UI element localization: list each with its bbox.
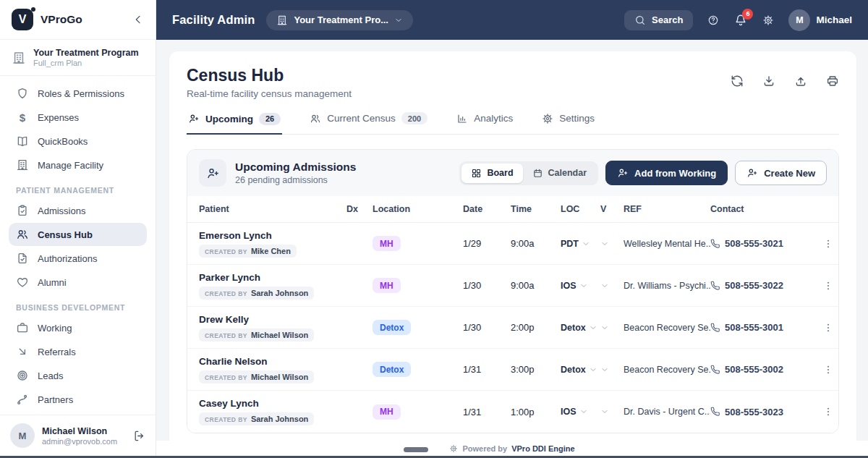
- loc-dropdown[interactable]: IOS: [561, 281, 600, 291]
- sidebar-item-alumni[interactable]: Alumni: [9, 271, 147, 294]
- board-view-button[interactable]: Board: [461, 164, 522, 183]
- user-plus-icon: [188, 113, 200, 124]
- sidebar-item-leads[interactable]: Leads: [9, 364, 147, 387]
- table-row[interactable]: Parker LynchCREATED BYSarah JohnsonMH1/3…: [187, 265, 838, 307]
- table-row[interactable]: Charlie NelsonCREATED BYMichael WilsonDe…: [187, 349, 838, 391]
- tab-upcoming[interactable]: Upcoming26: [187, 112, 282, 135]
- program-selector-label: Your Treatment Pro...: [294, 14, 388, 25]
- contact-phone[interactable]: 508-555-3022: [710, 280, 822, 291]
- sidebar-program-card[interactable]: Your Treatment Program Full_crm Plan: [0, 40, 156, 76]
- user-plus-icon: [206, 166, 220, 180]
- chevron-down-icon: [582, 239, 590, 248]
- v-dropdown[interactable]: [600, 239, 624, 248]
- phone-number: 508-555-3022: [725, 280, 783, 291]
- sidebar-item-quickbooks[interactable]: QuickBooks: [9, 130, 147, 153]
- row-menu-icon[interactable]: [822, 280, 834, 292]
- time-cell: 2:00p: [511, 322, 561, 333]
- phone-icon: [710, 239, 720, 249]
- sidebar-item-working[interactable]: Working: [9, 316, 147, 339]
- download-icon[interactable]: [762, 75, 775, 88]
- notifications-button[interactable]: 6: [733, 13, 748, 27]
- grid-icon: [471, 168, 482, 179]
- sidebar-item-partners[interactable]: Partners: [9, 388, 147, 411]
- tab-analytics[interactable]: Analytics: [455, 112, 514, 134]
- loc-dropdown[interactable]: PDT: [561, 239, 600, 249]
- book-icon: [16, 135, 29, 148]
- created-by-label: CREATED BY: [205, 290, 247, 297]
- patient-cell: Drew KellyCREATED BYMichael Wilson: [199, 314, 346, 342]
- settings-gear-icon[interactable]: [762, 14, 774, 26]
- v-dropdown[interactable]: [600, 407, 624, 416]
- refresh-icon[interactable]: [731, 75, 744, 88]
- horizontal-scrollbar-thumb[interactable]: [404, 447, 428, 452]
- loc-dropdown[interactable]: Detox: [561, 365, 600, 375]
- phone-number: 508-555-3001: [725, 322, 783, 333]
- sidebar-item-admissions[interactable]: Admissions: [9, 199, 147, 222]
- loc-value: Detox: [561, 365, 586, 375]
- program-selector[interactable]: Your Treatment Pro...: [266, 10, 413, 30]
- tab-current-census[interactable]: Current Census200: [308, 112, 429, 134]
- upload-icon[interactable]: [794, 75, 807, 88]
- contact-phone[interactable]: 508-555-3002: [710, 364, 822, 375]
- v-dropdown[interactable]: [600, 281, 624, 290]
- contact-phone[interactable]: 508-555-3001: [710, 322, 822, 333]
- v-dropdown[interactable]: [600, 323, 624, 332]
- sidebar-item-expenses[interactable]: $Expenses: [9, 106, 147, 129]
- topbar-actions: Search 6 M Michael: [624, 9, 852, 31]
- upcoming-admissions-card: Upcoming Admissions 26 pending admission…: [187, 149, 839, 433]
- sidebar-collapse-icon[interactable]: [132, 14, 144, 25]
- phone-number: 508-555-3002: [725, 364, 783, 375]
- row-menu-icon[interactable]: [822, 322, 834, 334]
- card-subtitle: 26 pending admissions: [235, 175, 356, 185]
- user-menu[interactable]: M Michael: [788, 9, 852, 31]
- topbar: Facility Admin Your Treatment Pro... Sea…: [156, 0, 868, 40]
- sidebar-item-label: QuickBooks: [38, 136, 88, 147]
- sidebar-item-authorizations[interactable]: Authorizations: [9, 247, 147, 270]
- sidebar-item-label: Working: [38, 323, 72, 334]
- ref-cell: Dr. Williams - Psychi...: [624, 281, 710, 291]
- logout-icon[interactable]: [133, 430, 145, 442]
- create-new-button[interactable]: Create New: [735, 161, 827, 185]
- created-by-label: CREATED BY: [205, 248, 247, 255]
- table-row[interactable]: Casey LynchCREATED BYSarah JohnsonMH1/31…: [187, 391, 838, 433]
- add-from-working-button[interactable]: Add from Working: [605, 161, 728, 185]
- column-header-ref: REF: [624, 204, 710, 214]
- sidebar-item-referrals[interactable]: Referrals: [9, 340, 147, 363]
- location-cell: MH: [373, 278, 463, 293]
- print-icon[interactable]: [826, 75, 839, 88]
- row-menu-icon[interactable]: [822, 364, 834, 376]
- tab-label: Analytics: [474, 113, 513, 124]
- shield-icon: [16, 87, 29, 100]
- sidebar-item-label: Admissions: [38, 205, 85, 216]
- row-menu-icon[interactable]: [822, 406, 834, 417]
- topbar-avatar: M: [788, 9, 810, 31]
- sidebar-item-census-hub[interactable]: Census Hub: [9, 223, 147, 246]
- sidebar-item-roles-permissions[interactable]: Roles & Permissions: [9, 82, 147, 105]
- table-row[interactable]: Emerson LynchCREATED BYMike ChenMH1/299:…: [187, 223, 838, 265]
- table-header: PatientDxLocationDateTimeLOCVREFContact: [187, 196, 838, 223]
- card-actions: Board Calendar Add from Working: [459, 161, 827, 185]
- briefcase-icon: [16, 321, 29, 334]
- tab-settings[interactable]: Settings: [540, 112, 596, 134]
- phone-icon: [710, 365, 720, 375]
- time-cell: 9:00a: [511, 238, 561, 249]
- sidebar-item-label: Authorizations: [38, 253, 97, 264]
- sidebar-item-manage-facility[interactable]: Manage Facility: [9, 153, 147, 177]
- table-row[interactable]: Drew KellyCREATED BYMichael WilsonDetox1…: [187, 307, 838, 349]
- loc-dropdown[interactable]: Detox: [561, 323, 600, 333]
- v-dropdown[interactable]: [600, 365, 624, 374]
- tab-bar: Upcoming26Current Census200AnalyticsSett…: [187, 112, 839, 135]
- row-menu-icon[interactable]: [822, 238, 834, 250]
- card-header: Upcoming Admissions 26 pending admission…: [187, 150, 838, 196]
- user-email: admin@vprovob.com: [42, 437, 117, 446]
- phone-icon: [710, 407, 720, 417]
- loc-dropdown[interactable]: IOS: [561, 407, 600, 417]
- calendar-view-button[interactable]: Calendar: [523, 164, 597, 183]
- contact-phone[interactable]: 508-555-3023: [710, 407, 822, 417]
- phone-icon: [710, 281, 720, 291]
- search-label: Search: [652, 14, 683, 25]
- contact-phone[interactable]: 508-555-3021: [710, 238, 822, 249]
- help-icon[interactable]: [707, 14, 719, 26]
- search-button[interactable]: Search: [624, 10, 693, 30]
- sidebar-item-label: Expenses: [38, 112, 79, 123]
